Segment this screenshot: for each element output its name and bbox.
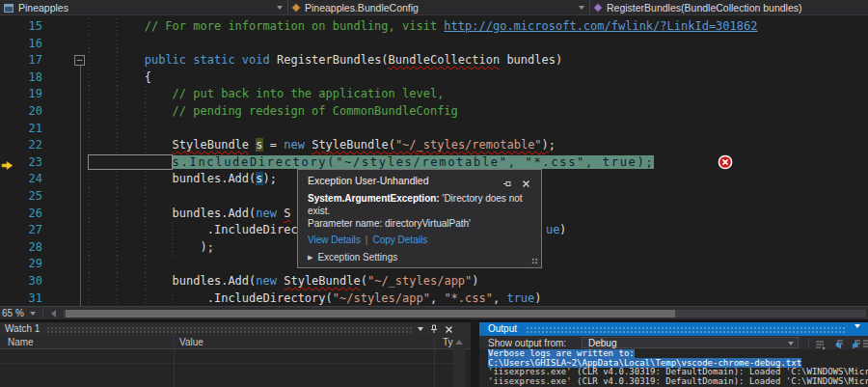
output-line[interactable]: 'iisexpress.exe' (CLR v4.0.30319: Defaul… [479,377,868,387]
code-token: "*.css" [444,291,493,305]
code-text: ); [61,240,214,255]
code-text: // For more information on bundling, vis… [61,19,757,34]
indent-guide [145,188,146,206]
code-text: .IncludeDirectory("~/styles/app", "*.css… [61,291,542,306]
line-number: 25 [0,188,42,205]
code-text: // pending redesign of CommonBundleConfi… [61,104,458,119]
code-token: ) [534,291,541,305]
pin-icon[interactable] [502,175,512,192]
window-menu-icon[interactable] [418,327,423,331]
code-token: "~/_styles/remotable" [395,138,542,152]
watch-vertical-scrollbar[interactable] [453,336,465,387]
code-token: true [506,291,534,305]
message-source-icon[interactable] [814,337,827,348]
code-line-18[interactable]: 18 { [0,69,868,87]
code-line-22[interactable]: 22 StyleBundle s = new StyleBundle("~/_s… [0,137,868,154]
watch-grid-header[interactable]: NameValueType [0,336,471,349]
copy-details-link[interactable]: Copy Details [372,235,427,245]
panel-splitter[interactable] [471,319,479,387]
column-divider[interactable] [174,336,175,387]
indent-guide [89,188,90,206]
titlebar-drag-texture [46,326,413,333]
line-number: 19 [0,86,42,102]
line-number: 24 [0,171,42,187]
close-icon[interactable] [445,325,453,334]
toolbar-separator [808,338,809,347]
code-token: { [61,70,151,84]
watch-grid[interactable]: NameValueType [0,336,471,387]
line-number: 20 [0,103,42,120]
exception-popup: Exception User-Unhandled System.Argument… [297,169,542,268]
code-token: StyleBundle [284,274,360,288]
watch-panel-title: Watch 1 [5,323,40,334]
titlebar-drag-texture [526,326,845,333]
code-token: S [284,207,290,220]
code-text: // put back into the application level, [61,87,444,101]
code-line-30[interactable]: 30 bundles.Add(new StyleBundle("~/_style… [0,273,868,290]
line-number: 18 [0,69,42,86]
zoom-level-combo[interactable]: 65 % [2,307,36,319]
next-message-icon[interactable] [849,337,862,348]
scroll-left-arrow-icon[interactable] [51,310,56,318]
method-icon [593,3,602,12]
column-divider[interactable] [434,336,435,387]
code-line-21[interactable]: 21 [0,121,868,138]
code-token: new [256,274,277,288]
horizontal-scrollbar-thumb[interactable] [66,310,675,318]
code-line-17[interactable]: 17– public static void RegisterBundles(B… [0,52,868,69]
output-panel-title: Output [488,323,517,334]
resize-grip[interactable] [531,258,538,264]
output-source-dropdown[interactable]: Debug [582,337,799,348]
breadcrumb-segment-2[interactable]: Pineapples.BundleConfig [288,0,590,15]
code-line-15[interactable]: 15 // For more information on bundling, … [0,18,868,36]
show-output-from-label: Show output from: [488,338,566,348]
output-toolbar: Show output from: Debug [479,336,868,349]
horizontal-scrollbar-track[interactable] [64,310,866,318]
code-token: // put back into the application level, [61,87,444,100]
output-line-text: Verbose logs are written to: [488,349,635,358]
chevron-down-icon[interactable] [277,6,283,10]
chevron-down-icon [30,312,36,316]
clear-all-icon[interactable] [862,337,868,348]
code-text: s.IncludeDirectory("~/styles/remotable",… [61,155,654,170]
divider [42,309,43,318]
exception-settings-row[interactable]: ▶Exception Settings [308,252,397,263]
line-number: 22 [0,137,42,153]
exception-settings-label: Exception Settings [317,252,397,263]
code-line-16[interactable]: 16 [0,36,868,53]
code-token: BundleCollection [389,53,501,67]
view-details-link[interactable]: View Details [308,235,361,245]
code-line-19[interactable]: 19 // put back into the application leve… [0,86,868,103]
bottom-panels: Watch 1 NameValueType O [0,319,868,387]
close-icon[interactable] [522,175,530,192]
code-token [61,155,173,169]
breadcrumb-label: RegisterBundles(BundleCollection bundles… [607,2,802,14]
scroll-up-arrow-icon[interactable] [455,340,463,345]
code-text: bundles.Add(s); [61,172,277,186]
breadcrumb-segment-3[interactable]: RegisterBundles(BundleCollection bundles… [590,0,868,15]
breadcrumb-segment-1[interactable]: Pineapples [0,0,288,15]
code-token: ) [472,274,478,288]
previous-message-icon[interactable] [831,337,845,348]
code-token: bundles.Add( [61,274,256,288]
breadcrumb-label: Pineapples [18,2,68,14]
code-line-31[interactable]: 31 .IncludeDirectory("~/styles/app", "*.… [0,290,868,308]
code-text: public static void RegisterBundles(Bundl… [61,53,562,68]
code-token: .IncludeDirectory( [61,291,333,305]
output-panel-titlebar[interactable]: Output [479,322,868,336]
watch-panel-titlebar[interactable]: Watch 1 [0,322,471,336]
expand-arrow-icon: ▶ [308,254,312,262]
watch-column-header-value[interactable]: Value [179,336,203,349]
watch-column-header-name[interactable]: Name [8,336,34,349]
window-menu-icon[interactable] [854,324,860,328]
code-text: .IncludeDirectue) [61,223,305,237]
row-divider [0,363,453,364]
output-log[interactable]: Verbose logs are written to:C:\Users\GHI… [479,349,868,387]
code-line-20[interactable]: 20 // pending redesign of CommonBundleCo… [0,103,868,121]
code-token: new [284,138,305,152]
exception-links: View Details|Copy Details [308,235,427,245]
pin-icon[interactable] [430,324,438,334]
chevron-down-icon[interactable] [579,6,584,10]
project-icon [4,4,14,13]
watch-panel: Watch 1 NameValueType [0,319,471,387]
